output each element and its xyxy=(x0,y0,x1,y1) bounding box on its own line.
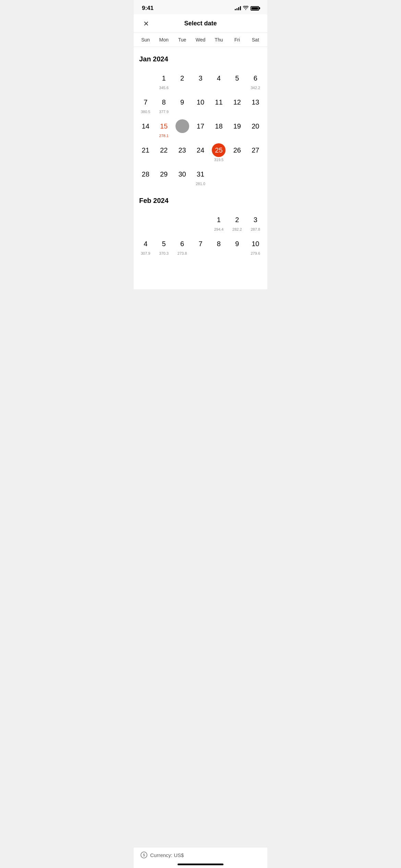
day-cell-Jan-2024-26[interactable]: 26 xyxy=(228,141,246,165)
day-cell-Jan-2024-12[interactable]: 12 xyxy=(228,93,246,117)
day-number: 17 xyxy=(194,119,207,133)
day-cell-Jan-2024-24[interactable]: 24 xyxy=(191,141,209,165)
day-sub-value: 287.8 xyxy=(251,227,260,231)
day-cell-Jan-2024-30[interactable]: 30 xyxy=(173,165,191,189)
close-icon: ✕ xyxy=(143,20,149,28)
day-number: 16 xyxy=(175,119,189,133)
modal-header: ✕ Select date xyxy=(134,14,267,33)
day-cell-Feb-2024-1[interactable]: 1294.4 xyxy=(210,210,228,234)
day-cell-Jan-2024-27[interactable]: 27 xyxy=(246,141,265,165)
day-number: 29 xyxy=(157,167,171,181)
day-number: 26 xyxy=(230,143,244,157)
day-sub-value: 370.3 xyxy=(159,251,169,255)
day-cell-Jan-2024-11[interactable]: 11 xyxy=(210,93,228,117)
day-cell-Feb-2024-3[interactable]: 3287.8 xyxy=(246,210,265,234)
day-cell-Feb-2024-6[interactable]: 6273.8 xyxy=(173,234,191,258)
day-cell-Jan-2024-21[interactable]: 21 xyxy=(136,141,155,165)
day-cell-Feb-2024-7[interactable]: 7 xyxy=(191,234,209,258)
day-number: 9 xyxy=(175,95,189,109)
day-cell-Jan-2024-9[interactable]: 9 xyxy=(173,93,191,117)
day-number: 30 xyxy=(175,167,189,181)
empty-cell xyxy=(136,69,155,93)
day-cell-Jan-2024-13[interactable]: 13 xyxy=(246,93,265,117)
day-cell-Jan-2024-19[interactable]: 19 xyxy=(228,117,246,141)
day-cell-Jan-2024-7[interactable]: 7380.5 xyxy=(136,93,155,117)
day-cell-Jan-2024-8[interactable]: 8377.9 xyxy=(155,93,173,117)
calendar-content: Jan 20241345.623456342.27380.58377.99101… xyxy=(134,47,267,279)
day-cell-Jan-2024-6[interactable]: 6342.2 xyxy=(246,69,265,93)
day-cell-Jan-2024-22[interactable]: 22 xyxy=(155,141,173,165)
day-cell-Jan-2024-17[interactable]: 17 xyxy=(191,117,209,141)
day-number: 4 xyxy=(212,71,226,85)
day-number: 6 xyxy=(248,71,262,85)
empty-cell xyxy=(191,210,209,234)
day-cell-Jan-2024-28[interactable]: 28 xyxy=(136,165,155,189)
day-sub-value: 273.8 xyxy=(178,251,187,255)
day-number: 5 xyxy=(230,71,244,85)
month-section-1: Feb 20241294.42282.23287.84307.95370.362… xyxy=(134,189,267,258)
day-sub-value: 278.1 xyxy=(159,134,169,138)
day-header-wed: Wed xyxy=(191,37,209,43)
day-header-fri: Fri xyxy=(228,37,246,43)
day-sub-value: 345.6 xyxy=(159,86,169,90)
day-number: 7 xyxy=(139,95,153,109)
day-number: 27 xyxy=(248,143,262,157)
day-number: 10 xyxy=(194,95,207,109)
day-number: 14 xyxy=(139,119,153,133)
day-number: 23 xyxy=(175,143,189,157)
day-cell-Jan-2024-1[interactable]: 1345.6 xyxy=(155,69,173,93)
day-cell-Jan-2024-23[interactable]: 23 xyxy=(173,141,191,165)
day-sub-value: 282.2 xyxy=(232,227,242,231)
day-number: 21 xyxy=(139,143,153,157)
day-cell-Jan-2024-20[interactable]: 20 xyxy=(246,117,265,141)
day-cell-Jan-2024-5[interactable]: 5 xyxy=(228,69,246,93)
day-number: 7 xyxy=(194,237,207,251)
day-number: 28 xyxy=(139,167,153,181)
day-number: 4 xyxy=(139,237,153,251)
day-number: 2 xyxy=(230,213,244,227)
day-cell-Jan-2024-10[interactable]: 10 xyxy=(191,93,209,117)
modal-title: Select date xyxy=(184,20,217,27)
calendar-grid-0: 1345.623456342.27380.58377.9910111213141… xyxy=(136,69,265,189)
day-sub-value: 380.5 xyxy=(141,110,150,114)
phone-frame: 9:41 ✕ Sele xyxy=(134,0,267,289)
day-header-sat: Sat xyxy=(246,37,265,43)
month-title-1: Feb 2024 xyxy=(136,189,265,210)
day-sub-value: 279.6 xyxy=(251,251,260,255)
day-sub-value: 342.2 xyxy=(251,86,260,90)
day-cell-Jan-2024-4[interactable]: 4 xyxy=(210,69,228,93)
day-cell-Jan-2024-18[interactable]: 18 xyxy=(210,117,228,141)
day-number: 3 xyxy=(248,213,262,227)
day-cell-Jan-2024-15[interactable]: 15278.1 xyxy=(155,117,173,141)
day-cell-Jan-2024-29[interactable]: 29 xyxy=(155,165,173,189)
day-cell-Feb-2024-5[interactable]: 5370.3 xyxy=(155,234,173,258)
day-number: 10 xyxy=(248,237,262,251)
day-cell-Feb-2024-4[interactable]: 4307.9 xyxy=(136,234,155,258)
day-headers: Sun Mon Tue Wed Thu Fri Sat xyxy=(134,33,267,47)
day-cell-Jan-2024-31[interactable]: 31281.0 xyxy=(191,165,209,189)
day-cell-Feb-2024-9[interactable]: 9 xyxy=(228,234,246,258)
day-cell-Jan-2024-16[interactable]: 16 xyxy=(173,117,191,141)
status-time: 9:41 xyxy=(142,5,154,12)
day-cell-Jan-2024-14[interactable]: 14 xyxy=(136,117,155,141)
day-number: 5 xyxy=(157,237,171,251)
status-icons xyxy=(235,5,259,11)
day-number: 25 xyxy=(212,143,226,157)
day-number: 31 xyxy=(194,167,207,181)
day-cell-Jan-2024-2[interactable]: 2 xyxy=(173,69,191,93)
day-cell-Feb-2024-2[interactable]: 2282.2 xyxy=(228,210,246,234)
day-cell-Feb-2024-10[interactable]: 10279.6 xyxy=(246,234,265,258)
close-button[interactable]: ✕ xyxy=(141,18,151,29)
battery-icon xyxy=(251,6,259,11)
month-section-0: Jan 20241345.623456342.27380.58377.99101… xyxy=(134,47,267,189)
day-cell-Jan-2024-3[interactable]: 3 xyxy=(191,69,209,93)
day-number: 22 xyxy=(157,143,171,157)
empty-cell xyxy=(155,210,173,234)
day-cell-Feb-2024-8[interactable]: 8 xyxy=(210,234,228,258)
day-sub-value: 319.5 xyxy=(214,158,224,162)
empty-cell xyxy=(136,210,155,234)
day-cell-Jan-2024-25[interactable]: 25319.5 xyxy=(210,141,228,165)
day-number: 20 xyxy=(248,119,262,133)
wifi-icon xyxy=(243,5,248,11)
day-sub-value: 294.4 xyxy=(214,227,224,231)
